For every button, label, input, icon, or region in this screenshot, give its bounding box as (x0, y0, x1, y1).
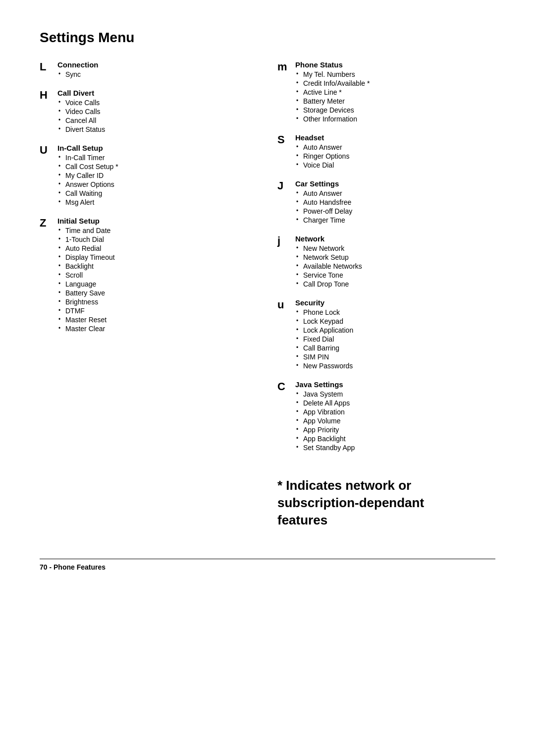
section-headset: SHeadsetAuto AnswerRinger OptionsVoice D… (277, 133, 495, 170)
section-header: Car Settings (295, 179, 495, 188)
list-item: Voice Dial (295, 161, 495, 170)
section-letter: u (277, 298, 295, 311)
list-item: Time and Date (57, 226, 258, 235)
footnote-section: * Indicates network or subscription-depe… (277, 472, 495, 529)
list-item: Phone Lock (295, 308, 495, 317)
section-in-call-setup: UIn-Call SetupIn-Call TimerCall Cost Set… (40, 144, 258, 207)
section-header: Security (295, 298, 495, 307)
list-item: Battery Meter (295, 97, 495, 106)
list-item: Power-off Delay (295, 207, 495, 216)
list-item: Brightness (57, 297, 258, 306)
page-title: Settings Menu (40, 30, 495, 46)
list-item: App Backlight (295, 434, 495, 443)
section-letter: H (40, 89, 57, 102)
section-letter: j (277, 234, 295, 247)
list-item: App Vibration (295, 407, 495, 416)
list-item: Display Timeout (57, 253, 258, 262)
section-letter: Z (40, 217, 57, 230)
section-header: Java Settings (295, 380, 495, 389)
list-item: In-Call Timer (57, 153, 258, 162)
list-item: DTMF (57, 306, 258, 315)
list-item: App Priority (295, 425, 495, 434)
footnote-text: * Indicates network or subscription-depe… (277, 477, 476, 529)
right-column: mPhone StatusMy Tel. NumbersCredit Info/… (277, 60, 495, 529)
section-header: Phone Status (295, 60, 495, 69)
section-call-divert: HCall DivertVoice CallsVideo CallsCancel… (40, 89, 258, 134)
list-item: Call Drop Tone (295, 280, 495, 289)
list-item: Storage Devices (295, 106, 495, 115)
list-item: Auto Answer (295, 143, 495, 152)
list-item: Call Cost Setup * (57, 162, 258, 171)
list-item: Fixed Dial (295, 335, 495, 344)
section-header: Network (295, 234, 495, 243)
list-item: Auto Answer (295, 189, 495, 198)
list-item: Lock Application (295, 326, 495, 335)
list-item: Msg Alert (57, 198, 258, 207)
section-security: uSecurityPhone LockLock KeypadLock Appli… (277, 298, 495, 370)
list-item: Answer Options (57, 180, 258, 189)
list-item: Master Reset (57, 315, 258, 324)
list-item: Lock Keypad (295, 317, 495, 326)
page-footer: 70 - Phone Features (40, 559, 495, 571)
list-item: Language (57, 280, 258, 289)
list-item: Backlight (57, 262, 258, 271)
list-item: Ringer Options (295, 152, 495, 161)
list-item: Credit Info/Available * (295, 79, 495, 88)
section-java-settings: CJava SettingsJava SystemDelete All Apps… (277, 380, 495, 452)
section-header: In-Call Setup (57, 144, 258, 152)
section-letter: U (40, 144, 57, 157)
list-item: Active Line * (295, 88, 495, 97)
section-header: Headset (295, 133, 495, 142)
section-letter: L (40, 60, 57, 73)
list-item: Delete All Apps (295, 399, 495, 407)
section-phone-status: mPhone StatusMy Tel. NumbersCredit Info/… (277, 60, 495, 123)
section-letter: J (277, 179, 295, 192)
section-letter: S (277, 133, 295, 146)
section-initial-setup: ZInitial SetupTime and Date1-Touch DialA… (40, 217, 258, 333)
list-item: Cancel All (57, 116, 258, 125)
list-item: Voice Calls (57, 98, 258, 107)
list-item: Set Standby App (295, 443, 495, 452)
left-column: LConnectionSyncHCall DivertVoice CallsVi… (40, 60, 258, 343)
list-item: Charger Time (295, 216, 495, 225)
list-item: Scroll (57, 271, 258, 280)
list-item: Master Clear (57, 324, 258, 333)
list-item: Auto Handsfree (295, 198, 495, 207)
section-letter: C (277, 380, 295, 393)
list-item: Sync (57, 70, 258, 79)
list-item: Call Waiting (57, 189, 258, 198)
section-connection: LConnectionSync (40, 60, 258, 79)
list-item: Available Networks (295, 262, 495, 271)
list-item: Network Setup (295, 253, 495, 262)
list-item: SIM PIN (295, 352, 495, 361)
list-item: My Tel. Numbers (295, 70, 495, 79)
section-header: Initial Setup (57, 217, 258, 225)
list-item: New Passwords (295, 361, 495, 370)
section-header: Connection (57, 60, 258, 69)
list-item: Video Calls (57, 107, 258, 116)
list-item: Service Tone (295, 271, 495, 280)
section-header: Call Divert (57, 89, 258, 97)
list-item: Java System (295, 390, 495, 399)
list-item: Divert Status (57, 125, 258, 134)
main-columns: LConnectionSyncHCall DivertVoice CallsVi… (40, 60, 495, 529)
section-letter: m (277, 60, 295, 73)
list-item: 1-Touch Dial (57, 235, 258, 244)
list-item: Auto Redial (57, 244, 258, 253)
list-item: Call Barring (295, 344, 495, 352)
list-item: App Volume (295, 416, 495, 425)
list-item: New Network (295, 244, 495, 253)
list-item: Battery Save (57, 289, 258, 297)
list-item: My Caller ID (57, 171, 258, 180)
section-car-settings: JCar SettingsAuto AnswerAuto HandsfreePo… (277, 179, 495, 225)
list-item: Other Information (295, 115, 495, 123)
section-network: jNetworkNew NetworkNetwork SetupAvailabl… (277, 234, 495, 289)
